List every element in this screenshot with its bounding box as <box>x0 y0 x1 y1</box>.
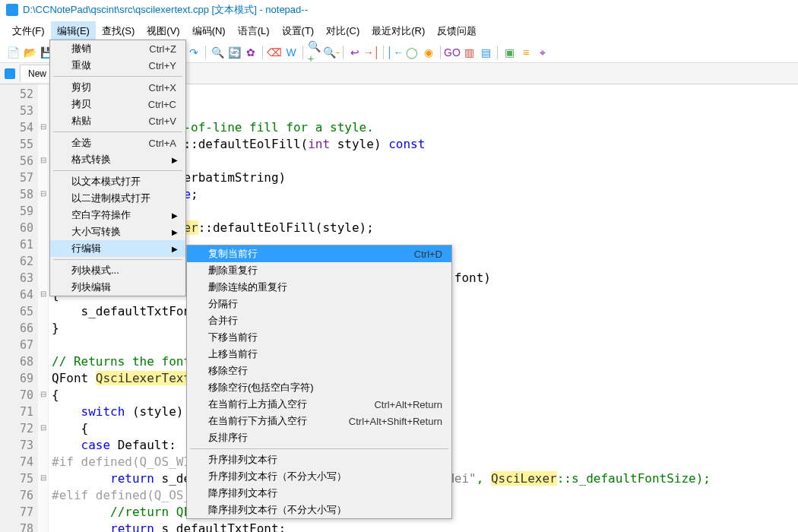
menu-item-行编辑[interactable]: 行编辑▶ <box>50 240 185 257</box>
menu-编码(N)[interactable]: 编码(N) <box>186 21 232 41</box>
menu-item-列块编辑[interactable]: 列块编辑 <box>50 279 185 296</box>
menu-item-拷贝[interactable]: 拷贝Ctrl+C <box>50 96 185 112</box>
zoom-in-icon[interactable]: 🔍+ <box>308 46 321 59</box>
submenu-item-在当前行上方插入空行[interactable]: 在当前行上方插入空行Ctrl+Alt+Return <box>187 396 451 413</box>
menu-item-撤销[interactable]: 撤销Ctrl+Z <box>50 40 185 57</box>
submenu-item-降序排列文本行[interactable]: 降序排列文本行 <box>187 485 451 502</box>
word-icon[interactable]: W <box>284 46 298 59</box>
fold-marker[interactable] <box>38 486 48 502</box>
fold-marker[interactable] <box>38 402 48 419</box>
submenu-item-label: 合并行 <box>208 314 238 328</box>
indent-icon[interactable]: →│ <box>365 46 378 59</box>
menu-shortcut: Ctrl+D <box>414 249 442 260</box>
submenu-item-升序排列文本行（不分大小写）[interactable]: 升序排列文本行（不分大小写） <box>187 468 451 485</box>
erase-icon[interactable]: ⌫ <box>268 46 281 59</box>
fold-marker[interactable]: ⊟ <box>38 285 48 302</box>
fold-marker[interactable] <box>38 502 48 519</box>
tree-icon[interactable]: ≡ <box>519 46 533 59</box>
fold-marker[interactable] <box>38 201 48 218</box>
unindent-icon[interactable]: │← <box>388 46 402 59</box>
menu-item-格式转换[interactable]: 格式转换▶ <box>50 151 185 168</box>
line-number: 78 <box>0 521 38 532</box>
submenu-item-复制当前行[interactable]: 复制当前行Ctrl+D <box>187 245 451 262</box>
menu-设置(T)[interactable]: 设置(T) <box>276 21 321 41</box>
menu-item-label: 全选 <box>71 136 91 150</box>
menu-item-剪切[interactable]: 剪切Ctrl+X <box>50 79 185 96</box>
fold-marker[interactable] <box>38 435 48 452</box>
fold-marker[interactable] <box>38 302 48 318</box>
replace-icon[interactable]: 🔄 <box>227 46 241 59</box>
submenu-item-上移当前行[interactable]: 上移当前行 <box>187 346 451 363</box>
menu-item-以二进制模式打开[interactable]: 以二进制模式打开 <box>50 190 185 207</box>
fold-marker[interactable] <box>38 252 48 268</box>
menu-对比(C)[interactable]: 对比(C) <box>320 21 366 41</box>
submenu-item-删除重复行[interactable]: 删除重复行 <box>187 262 451 279</box>
search-icon[interactable]: 🔍 <box>211 46 224 59</box>
submenu-item-移除空行(包括空白字符)[interactable]: 移除空行(包括空白字符) <box>187 379 451 396</box>
submenu-item-label: 上移当前行 <box>208 347 258 361</box>
menu-最近对比(R)[interactable]: 最近对比(R) <box>366 21 431 41</box>
fold-marker[interactable] <box>38 268 48 285</box>
new-icon[interactable]: 📄 <box>6 46 20 59</box>
open-icon[interactable]: 📂 <box>23 46 36 59</box>
fold-marker[interactable] <box>38 452 48 469</box>
circle2-icon[interactable]: ◉ <box>422 46 435 59</box>
menu-separator <box>53 170 182 171</box>
target-icon[interactable]: ⌖ <box>536 46 549 59</box>
fold-marker[interactable] <box>38 168 48 185</box>
submenu-item-反排序行[interactable]: 反排序行 <box>187 429 451 446</box>
fold-marker[interactable] <box>38 84 48 101</box>
menu-item-列块模式...[interactable]: 列块模式... <box>50 262 185 279</box>
submenu-item-下移当前行[interactable]: 下移当前行 <box>187 329 451 346</box>
fold-marker[interactable] <box>38 101 48 118</box>
fold-marker[interactable] <box>38 352 48 369</box>
submenu-item-合并行[interactable]: 合并行 <box>187 312 451 329</box>
menu-item-全选[interactable]: 全选Ctrl+A <box>50 135 185 151</box>
split-v-icon[interactable]: ▤ <box>479 46 492 59</box>
menu-item-重做[interactable]: 重做Ctrl+Y <box>50 57 185 74</box>
fold-marker[interactable] <box>38 335 48 352</box>
menu-item-label: 粘贴 <box>71 114 91 128</box>
line-edit-submenu: 复制当前行Ctrl+D删除重复行删除连续的重复行分隔行合并行下移当前行上移当前行… <box>186 245 452 519</box>
fold-marker[interactable]: ⊟ <box>38 118 48 135</box>
fold-marker[interactable] <box>38 235 48 252</box>
fold-marker[interactable] <box>38 135 48 151</box>
menu-文件(F)[interactable]: 文件(F) <box>6 21 51 41</box>
fold-marker[interactable]: ⊟ <box>38 469 48 486</box>
mark-icon[interactable]: ✿ <box>244 46 258 59</box>
redo-icon[interactable]: ↷ <box>187 46 201 59</box>
menu-查找(S)[interactable]: 查找(S) <box>96 21 141 41</box>
menu-视图(V)[interactable]: 视图(V) <box>141 21 185 41</box>
fold-marker[interactable] <box>38 519 48 532</box>
menu-item-空白字符操作[interactable]: 空白字符操作▶ <box>50 207 185 223</box>
window-icon[interactable]: ▣ <box>502 46 516 59</box>
fold-marker[interactable]: ⊟ <box>38 151 48 168</box>
fold-marker[interactable] <box>38 218 48 235</box>
go-icon[interactable]: GO <box>445 46 459 59</box>
edit-menu-popup: 撤销Ctrl+Z重做Ctrl+Y剪切Ctrl+X拷贝Ctrl+C粘贴Ctrl+V… <box>49 40 186 296</box>
menu-反馈问题[interactable]: 反馈问题 <box>431 21 483 41</box>
fold-marker[interactable] <box>38 318 48 335</box>
menu-separator <box>53 131 182 132</box>
submenu-item-label: 删除重复行 <box>208 264 258 277</box>
submenu-item-删除连续的重复行[interactable]: 删除连续的重复行 <box>187 279 451 296</box>
menu-item-大小写转换[interactable]: 大小写转换▶ <box>50 223 185 240</box>
submenu-item-移除空行[interactable]: 移除空行 <box>187 363 451 379</box>
menu-语言(L)[interactable]: 语言(L) <box>232 21 276 41</box>
menu-item-以文本模式打开[interactable]: 以文本模式打开 <box>50 173 185 190</box>
fold-marker[interactable]: ⊟ <box>38 185 48 201</box>
submenu-item-降序排列文本行（不分大小写）[interactable]: 降序排列文本行（不分大小写） <box>187 502 451 518</box>
circle1-icon[interactable]: ◯ <box>405 46 419 59</box>
fold-marker[interactable]: ⊟ <box>38 385 48 402</box>
menu-item-粘贴[interactable]: 粘贴Ctrl+V <box>50 112 185 129</box>
submenu-item-分隔行[interactable]: 分隔行 <box>187 296 451 312</box>
zoom-out-icon[interactable]: 🔍- <box>325 46 338 59</box>
submenu-item-label: 升序排列文本行（不分大小写） <box>208 470 347 483</box>
submenu-item-在当前行下方插入空行[interactable]: 在当前行下方插入空行Ctrl+Alt+Shift+Return <box>187 413 451 429</box>
split-h-icon[interactable]: ▥ <box>462 46 476 59</box>
wrap-icon[interactable]: ↩ <box>348 46 362 59</box>
fold-marker[interactable] <box>38 369 48 385</box>
menu-编辑(E)[interactable]: 编辑(E) <box>51 21 96 41</box>
fold-marker[interactable]: ⊟ <box>38 419 48 435</box>
submenu-item-升序排列文本行[interactable]: 升序排列文本行 <box>187 451 451 468</box>
